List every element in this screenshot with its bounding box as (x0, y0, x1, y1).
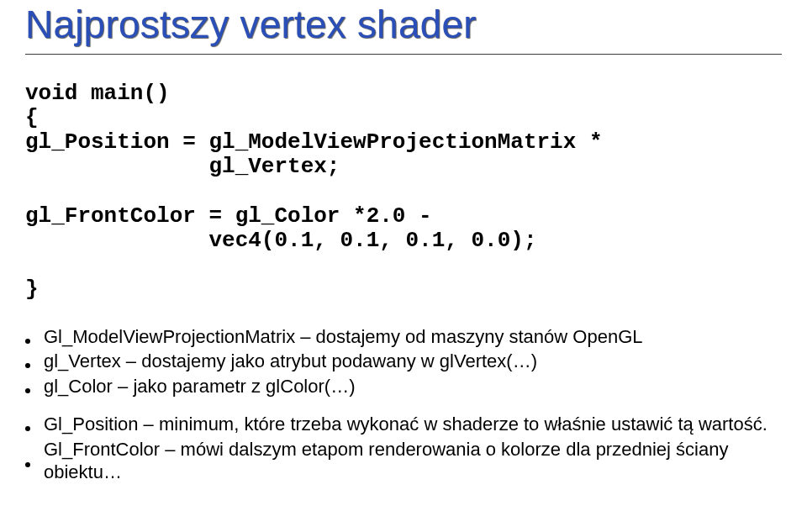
title-area: Najprostszy vertex shader (25, 0, 782, 55)
slide: Najprostszy vertex shader void main() { … (0, 0, 807, 532)
bullet-icon (25, 462, 30, 467)
note-item: gl_Vertex – dostajemy jako atrybut podaw… (25, 350, 782, 373)
note-item: Gl_FrontColor – mówi dalszym etapom rend… (25, 438, 782, 484)
note-text: gl_Vertex – dostajemy jako atrybut podaw… (44, 350, 537, 373)
code-block: void main() { gl_Position = gl_ModelView… (25, 82, 782, 302)
note-text: Gl_ModelViewProjectionMatrix – dostajemy… (44, 325, 642, 349)
slide-body: void main() { gl_Position = gl_ModelView… (25, 55, 782, 484)
notes-group-1: Gl_ModelViewProjectionMatrix – dostajemy… (25, 325, 782, 398)
note-item: gl_Color – jako parametr z glColor(…) (25, 375, 782, 398)
note-text: Gl_Position – minimum, które trzeba wyko… (44, 413, 767, 436)
note-text: gl_Color – jako parametr z glColor(…) (44, 375, 355, 398)
bullet-icon (25, 388, 30, 393)
slide-title: Najprostszy vertex shader (25, 2, 782, 52)
notes-group-2: Gl_Position – minimum, które trzeba wyko… (25, 413, 782, 484)
note-item: Gl_Position – minimum, które trzeba wyko… (25, 413, 782, 436)
bullet-icon (25, 363, 30, 368)
bullet-icon (25, 339, 30, 344)
bullet-icon (25, 426, 30, 431)
note-text: Gl_FrontColor – mówi dalszym etapom rend… (44, 438, 782, 484)
note-item: Gl_ModelViewProjectionMatrix – dostajemy… (25, 325, 782, 349)
